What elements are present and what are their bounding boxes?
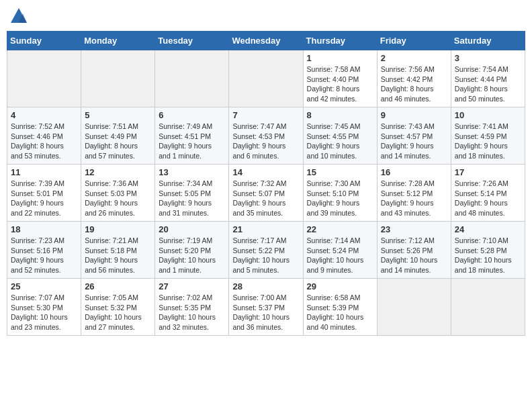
day-number: 22 bbox=[307, 224, 373, 234]
calendar-cell: 12Sunrise: 7:36 AMSunset: 5:03 PMDayligh… bbox=[81, 165, 155, 222]
day-number: 10 bbox=[455, 110, 521, 120]
calendar-cell: 2Sunrise: 7:56 AMSunset: 4:42 PMDaylight… bbox=[377, 50, 451, 107]
day-number: 12 bbox=[85, 167, 151, 177]
day-header-friday: Friday bbox=[377, 32, 451, 50]
day-number: 15 bbox=[307, 167, 373, 177]
day-number: 28 bbox=[232, 281, 299, 291]
calendar-week-row: 1Sunrise: 7:58 AMSunset: 4:40 PMDaylight… bbox=[7, 50, 525, 107]
day-number: 8 bbox=[307, 110, 373, 120]
calendar-cell bbox=[229, 50, 303, 107]
day-number: 2 bbox=[381, 53, 447, 63]
calendar-cell bbox=[81, 50, 155, 107]
calendar-header-row: SundayMondayTuesdayWednesdayThursdayFrid… bbox=[7, 32, 525, 50]
day-number: 20 bbox=[159, 224, 225, 234]
day-info: Sunrise: 7:47 AMSunset: 4:53 PMDaylight:… bbox=[232, 122, 299, 161]
calendar-cell: 10Sunrise: 7:41 AMSunset: 4:59 PMDayligh… bbox=[451, 107, 525, 165]
calendar-cell: 29Sunrise: 6:58 AMSunset: 5:39 PMDayligh… bbox=[303, 279, 377, 336]
calendar-cell bbox=[7, 50, 81, 107]
day-info: Sunrise: 7:28 AMSunset: 5:12 PMDaylight:… bbox=[381, 179, 447, 218]
day-header-thursday: Thursday bbox=[303, 32, 377, 50]
day-number: 5 bbox=[85, 110, 151, 120]
calendar-cell: 5Sunrise: 7:51 AMSunset: 4:49 PMDaylight… bbox=[81, 107, 155, 165]
calendar-cell bbox=[377, 279, 451, 336]
day-number: 14 bbox=[232, 167, 299, 177]
day-number: 17 bbox=[455, 167, 521, 177]
calendar-cell: 16Sunrise: 7:28 AMSunset: 5:12 PMDayligh… bbox=[377, 165, 451, 222]
day-info: Sunrise: 6:58 AMSunset: 5:39 PMDaylight:… bbox=[307, 293, 373, 332]
day-number: 21 bbox=[232, 224, 299, 234]
day-number: 25 bbox=[11, 281, 77, 291]
day-info: Sunrise: 7:05 AMSunset: 5:32 PMDaylight:… bbox=[85, 293, 151, 332]
day-number: 3 bbox=[455, 53, 521, 63]
day-info: Sunrise: 7:19 AMSunset: 5:20 PMDaylight:… bbox=[159, 236, 225, 275]
logo bbox=[7, 7, 28, 26]
day-number: 13 bbox=[159, 167, 225, 177]
calendar-cell: 25Sunrise: 7:07 AMSunset: 5:30 PMDayligh… bbox=[7, 279, 81, 336]
logo-icon bbox=[9, 7, 28, 26]
calendar-week-row: 18Sunrise: 7:23 AMSunset: 5:16 PMDayligh… bbox=[7, 222, 525, 279]
day-number: 7 bbox=[232, 110, 299, 120]
day-info: Sunrise: 7:12 AMSunset: 5:26 PMDaylight:… bbox=[381, 236, 447, 275]
day-number: 27 bbox=[159, 281, 225, 291]
day-info: Sunrise: 7:26 AMSunset: 5:14 PMDaylight:… bbox=[455, 179, 521, 218]
calendar-cell: 11Sunrise: 7:39 AMSunset: 5:01 PMDayligh… bbox=[7, 165, 81, 222]
day-info: Sunrise: 7:56 AMSunset: 4:42 PMDaylight:… bbox=[381, 64, 447, 104]
calendar-cell: 9Sunrise: 7:43 AMSunset: 4:57 PMDaylight… bbox=[377, 107, 451, 165]
day-info: Sunrise: 7:00 AMSunset: 5:37 PMDaylight:… bbox=[232, 293, 299, 332]
calendar-cell: 7Sunrise: 7:47 AMSunset: 4:53 PMDaylight… bbox=[229, 107, 303, 165]
day-info: Sunrise: 7:32 AMSunset: 5:07 PMDaylight:… bbox=[232, 179, 299, 218]
calendar-cell: 27Sunrise: 7:02 AMSunset: 5:35 PMDayligh… bbox=[155, 279, 229, 336]
day-info: Sunrise: 7:43 AMSunset: 4:57 PMDaylight:… bbox=[381, 122, 447, 161]
calendar-cell: 20Sunrise: 7:19 AMSunset: 5:20 PMDayligh… bbox=[155, 222, 229, 279]
day-info: Sunrise: 7:49 AMSunset: 4:51 PMDaylight:… bbox=[159, 122, 225, 161]
calendar-week-row: 11Sunrise: 7:39 AMSunset: 5:01 PMDayligh… bbox=[7, 165, 525, 222]
day-number: 23 bbox=[381, 224, 447, 234]
calendar-cell: 3Sunrise: 7:54 AMSunset: 4:44 PMDaylight… bbox=[451, 50, 525, 107]
day-info: Sunrise: 7:10 AMSunset: 5:28 PMDaylight:… bbox=[455, 236, 521, 275]
day-info: Sunrise: 7:41 AMSunset: 4:59 PMDaylight:… bbox=[455, 122, 521, 161]
day-number: 18 bbox=[11, 224, 77, 234]
calendar-cell: 18Sunrise: 7:23 AMSunset: 5:16 PMDayligh… bbox=[7, 222, 81, 279]
calendar-cell bbox=[155, 50, 229, 107]
day-number: 16 bbox=[381, 167, 447, 177]
day-info: Sunrise: 7:51 AMSunset: 4:49 PMDaylight:… bbox=[85, 122, 151, 161]
calendar-cell: 8Sunrise: 7:45 AMSunset: 4:55 PMDaylight… bbox=[303, 107, 377, 165]
calendar-cell: 6Sunrise: 7:49 AMSunset: 4:51 PMDaylight… bbox=[155, 107, 229, 165]
day-number: 29 bbox=[307, 281, 373, 291]
calendar-cell: 26Sunrise: 7:05 AMSunset: 5:32 PMDayligh… bbox=[81, 279, 155, 336]
calendar-cell: 15Sunrise: 7:30 AMSunset: 5:10 PMDayligh… bbox=[303, 165, 377, 222]
day-info: Sunrise: 7:07 AMSunset: 5:30 PMDaylight:… bbox=[11, 293, 77, 332]
day-info: Sunrise: 7:17 AMSunset: 5:22 PMDaylight:… bbox=[232, 236, 299, 275]
calendar-cell: 22Sunrise: 7:14 AMSunset: 5:24 PMDayligh… bbox=[303, 222, 377, 279]
calendar-cell: 13Sunrise: 7:34 AMSunset: 5:05 PMDayligh… bbox=[155, 165, 229, 222]
calendar-cell: 14Sunrise: 7:32 AMSunset: 5:07 PMDayligh… bbox=[229, 165, 303, 222]
calendar-cell: 21Sunrise: 7:17 AMSunset: 5:22 PMDayligh… bbox=[229, 222, 303, 279]
calendar-cell: 4Sunrise: 7:52 AMSunset: 4:46 PMDaylight… bbox=[7, 107, 81, 165]
calendar-cell: 28Sunrise: 7:00 AMSunset: 5:37 PMDayligh… bbox=[229, 279, 303, 336]
day-info: Sunrise: 7:45 AMSunset: 4:55 PMDaylight:… bbox=[307, 122, 373, 161]
calendar-cell: 17Sunrise: 7:26 AMSunset: 5:14 PMDayligh… bbox=[451, 165, 525, 222]
day-info: Sunrise: 7:02 AMSunset: 5:35 PMDaylight:… bbox=[159, 293, 225, 332]
day-header-monday: Monday bbox=[81, 32, 155, 50]
day-info: Sunrise: 7:36 AMSunset: 5:03 PMDaylight:… bbox=[85, 179, 151, 218]
day-info: Sunrise: 7:52 AMSunset: 4:46 PMDaylight:… bbox=[11, 122, 77, 161]
day-number: 1 bbox=[307, 53, 373, 63]
day-info: Sunrise: 7:58 AMSunset: 4:40 PMDaylight:… bbox=[307, 64, 373, 104]
day-info: Sunrise: 7:21 AMSunset: 5:18 PMDaylight:… bbox=[85, 236, 151, 275]
calendar-cell: 24Sunrise: 7:10 AMSunset: 5:28 PMDayligh… bbox=[451, 222, 525, 279]
calendar-cell: 19Sunrise: 7:21 AMSunset: 5:18 PMDayligh… bbox=[81, 222, 155, 279]
day-number: 26 bbox=[85, 281, 151, 291]
calendar-table: SundayMondayTuesdayWednesdayThursdayFrid… bbox=[7, 31, 525, 336]
day-number: 11 bbox=[11, 167, 77, 177]
page-header bbox=[7, 7, 525, 26]
day-header-wednesday: Wednesday bbox=[229, 32, 303, 50]
day-info: Sunrise: 7:14 AMSunset: 5:24 PMDaylight:… bbox=[307, 236, 373, 275]
day-number: 9 bbox=[381, 110, 447, 120]
day-header-saturday: Saturday bbox=[451, 32, 525, 50]
calendar-cell: 1Sunrise: 7:58 AMSunset: 4:40 PMDaylight… bbox=[303, 50, 377, 107]
calendar-week-row: 4Sunrise: 7:52 AMSunset: 4:46 PMDaylight… bbox=[7, 107, 525, 165]
day-number: 19 bbox=[85, 224, 151, 234]
calendar-week-row: 25Sunrise: 7:07 AMSunset: 5:30 PMDayligh… bbox=[7, 279, 525, 336]
calendar-cell: 23Sunrise: 7:12 AMSunset: 5:26 PMDayligh… bbox=[377, 222, 451, 279]
day-number: 6 bbox=[159, 110, 225, 120]
